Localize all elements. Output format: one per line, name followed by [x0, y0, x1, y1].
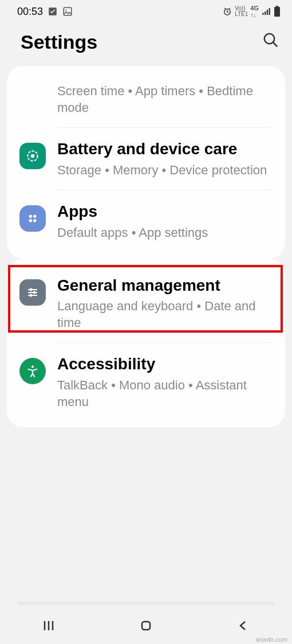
item-title: Apps [57, 202, 273, 221]
svg-rect-6 [267, 10, 268, 15]
item-sub: Storage • Memory • Device protection [57, 162, 273, 179]
svg-rect-5 [265, 11, 266, 15]
svg-rect-4 [262, 13, 263, 15]
nav-back-button[interactable] [209, 619, 278, 633]
signal-icon [261, 6, 271, 17]
settings-card-1: Screen time • App timers • Bedtime mode … [7, 66, 285, 259]
item-sub: Language and keyboard • Date and time [57, 298, 273, 331]
nav-recents-button[interactable] [14, 619, 83, 633]
apps-icon [19, 205, 46, 232]
status-time: 00:53 [17, 6, 43, 18]
watermark: wsxdn.com [256, 636, 287, 643]
general-management-icon [19, 279, 46, 306]
settings-card-2: General management Language and keyboard… [7, 259, 285, 428]
recents-icon [42, 619, 56, 633]
battery-icon [274, 6, 281, 17]
svg-point-23 [30, 294, 33, 296]
svg-rect-7 [269, 8, 270, 15]
navigation-bar [0, 607, 292, 644]
home-icon [139, 619, 153, 633]
svg-rect-8 [274, 7, 280, 17]
svg-rect-28 [142, 622, 150, 630]
item-title: General management [57, 276, 273, 295]
search-button[interactable] [262, 31, 279, 53]
nav-home-button[interactable] [112, 619, 180, 633]
battery-care-icon [19, 143, 46, 169]
header: Settings [0, 21, 292, 66]
item-sub: TalkBack • Mono audio • Assistant menu [57, 377, 273, 410]
svg-point-16 [29, 219, 33, 223]
svg-rect-9 [276, 6, 278, 7]
settings-item-general[interactable]: General management Language and keyboard… [7, 264, 285, 343]
svg-point-24 [31, 366, 34, 368]
settings-item-screentime[interactable]: Screen time • App timers • Bedtime mode [7, 72, 285, 127]
svg-point-10 [265, 34, 275, 44]
blank-icon [19, 87, 46, 113]
status-bar: 00:53 Vo))LTE1 4G↑↓ [0, 0, 292, 21]
svg-point-14 [29, 215, 33, 218]
settings-item-apps[interactable]: Apps Default apps • App settings [7, 190, 285, 252]
svg-point-17 [33, 219, 36, 223]
settings-item-battery[interactable]: Battery and device care Storage • Memory… [7, 128, 285, 190]
network-label: Vo))LTE1 [235, 6, 248, 17]
svg-point-2 [65, 10, 66, 11]
accessibility-icon [19, 358, 46, 384]
item-title: Battery and device care [57, 139, 273, 159]
scroll-indicator [17, 602, 275, 605]
item-sub: Default apps • App settings [57, 225, 273, 241]
item-title: Accessibility [57, 354, 273, 374]
svg-point-13 [31, 154, 35, 158]
settings-item-accessibility[interactable]: Accessibility TalkBack • Mono audio • As… [7, 343, 285, 421]
svg-point-21 [33, 291, 36, 294]
svg-point-15 [33, 215, 36, 218]
svg-point-19 [30, 288, 33, 291]
checkbox-icon [48, 6, 58, 17]
back-icon [236, 619, 250, 633]
svg-line-11 [273, 42, 278, 47]
alarm-icon [222, 6, 232, 17]
image-icon [62, 6, 73, 17]
page-title: Settings [21, 31, 97, 53]
search-icon [262, 32, 279, 49]
item-sub: Screen time • App timers • Bedtime mode [57, 83, 273, 116]
svg-rect-1 [64, 7, 72, 15]
